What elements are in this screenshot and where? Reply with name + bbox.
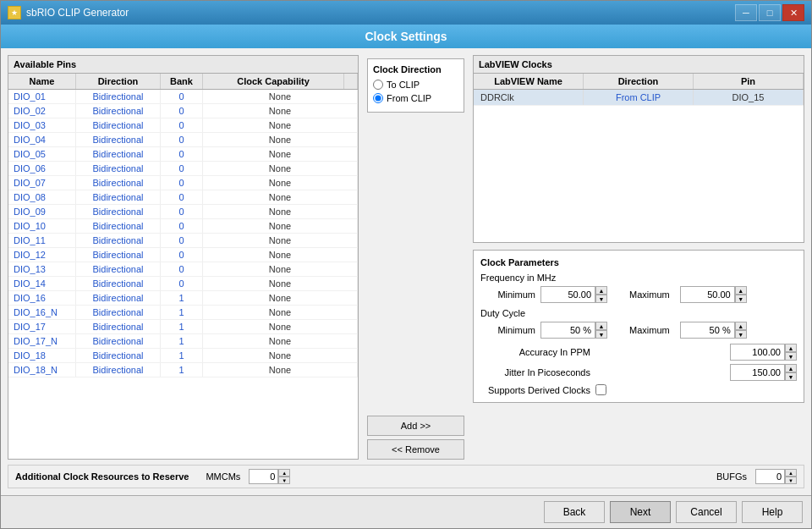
pin-name[interactable]: DIO_18 (8, 349, 76, 362)
derived-clocks-row: Supports Derived Clocks (480, 384, 797, 395)
table-row[interactable]: DIO_12 Bidirectional 0 None (8, 248, 358, 262)
accuracy-up[interactable]: ▲ (785, 344, 797, 352)
pin-name[interactable]: DIO_05 (8, 147, 76, 161)
duty-min-label: Minimum (480, 325, 535, 335)
duty-min-down[interactable]: ▼ (595, 330, 607, 339)
duty-cycle-section: Duty Cycle Minimum ▲ ▼ Maximum (480, 308, 797, 339)
table-row[interactable]: DIO_03 Bidirectional 0 None (8, 118, 358, 133)
cancel-button[interactable]: Cancel (676, 501, 737, 523)
freq-min-input[interactable] (540, 286, 595, 303)
freq-max-up[interactable]: ▲ (735, 286, 747, 295)
pin-name[interactable]: DIO_08 (8, 190, 76, 204)
freq-min-down[interactable]: ▼ (595, 295, 607, 303)
mmcms-down[interactable]: ▼ (278, 477, 290, 484)
pin-name[interactable]: DIO_16 (8, 291, 76, 305)
accuracy-down[interactable]: ▼ (785, 352, 797, 361)
mmcms-input[interactable] (249, 469, 278, 484)
pin-name[interactable]: DIO_16_N (8, 306, 76, 319)
pin-name[interactable]: DIO_02 (8, 104, 76, 118)
table-row[interactable]: DIO_17 Bidirectional 1 None (8, 320, 358, 334)
pin-name[interactable]: DIO_11 (8, 234, 76, 247)
table-row[interactable]: DIO_18 Bidirectional 1 None (8, 349, 358, 363)
pin-capability: None (203, 176, 358, 190)
bufgs-down[interactable]: ▼ (785, 477, 797, 484)
table-row[interactable]: DIO_11 Bidirectional 0 None (8, 234, 358, 248)
pin-name[interactable]: DIO_09 (8, 205, 76, 218)
accuracy-row: Accuracy In PPM ▲ ▼ (480, 344, 797, 361)
accuracy-input[interactable] (730, 344, 785, 361)
freq-max-down[interactable]: ▼ (735, 295, 747, 303)
back-button[interactable]: Back (544, 501, 605, 523)
freq-max-spinner[interactable]: ▲ ▼ (680, 286, 747, 303)
derived-clocks-checkbox[interactable] (595, 384, 606, 395)
freq-min-up[interactable]: ▲ (595, 286, 607, 295)
pin-name[interactable]: DIO_03 (8, 118, 76, 132)
table-row[interactable]: DIO_05 Bidirectional 0 None (8, 147, 358, 162)
table-row[interactable]: DIO_17_N Bidirectional 1 None (8, 334, 358, 349)
duty-max-up[interactable]: ▲ (735, 322, 747, 330)
duty-min-spinner[interactable]: ▲ ▼ (540, 322, 607, 339)
pin-name[interactable]: DIO_01 (8, 90, 76, 103)
pin-name[interactable]: DIO_18_N (8, 363, 76, 377)
table-row[interactable]: DIO_08 Bidirectional 0 None (8, 190, 358, 205)
freq-max-input[interactable] (680, 286, 735, 303)
jitter-spinner[interactable]: ▲ ▼ (730, 364, 797, 381)
close-button[interactable]: ✕ (782, 4, 804, 21)
pin-name[interactable]: DIO_17_N (8, 334, 76, 348)
duty-max-spinner[interactable]: ▲ ▼ (680, 322, 747, 339)
bufgs-spinner[interactable]: ▲ ▼ (755, 469, 797, 484)
available-pins-panel: Available Pins Name Direction Bank Clock… (8, 55, 359, 460)
radio-from-clip: From CLIP (373, 93, 458, 103)
table-row[interactable]: DIO_04 Bidirectional 0 None (8, 133, 358, 147)
bufgs-up[interactable]: ▲ (785, 469, 797, 477)
duty-min-up[interactable]: ▲ (595, 322, 607, 330)
frequency-section: Frequency in MHz Minimum ▲ ▼ Maximum (480, 273, 797, 303)
to-clip-radio[interactable] (373, 80, 383, 90)
pin-name[interactable]: DIO_17 (8, 320, 76, 333)
mmcms-up[interactable]: ▲ (278, 469, 290, 477)
pin-name[interactable]: DIO_10 (8, 219, 76, 233)
lv-table-body[interactable]: DDRClk From CLIP DIO_15 (474, 90, 804, 242)
mmcms-spinner[interactable]: ▲ ▼ (249, 469, 290, 484)
table-row[interactable]: DIO_02 Bidirectional 0 None (8, 104, 358, 118)
lv-table-row[interactable]: DDRClk From CLIP DIO_15 (474, 90, 804, 106)
table-row[interactable]: DIO_16 Bidirectional 1 None (8, 291, 358, 306)
pin-name[interactable]: DIO_13 (8, 262, 76, 276)
pin-direction: Bidirectional (76, 190, 161, 204)
jitter-down[interactable]: ▼ (785, 372, 797, 381)
table-row[interactable]: DIO_16_N Bidirectional 1 None (8, 306, 358, 320)
pins-table-body[interactable]: DIO_01 Bidirectional 0 None DIO_02 Bidir… (8, 90, 358, 459)
bufgs-input[interactable] (755, 469, 785, 484)
table-row[interactable]: DIO_10 Bidirectional 0 None (8, 219, 358, 234)
section-header: Clock Settings (1, 25, 811, 48)
pin-name[interactable]: DIO_07 (8, 176, 76, 190)
accuracy-spinner[interactable]: ▲ ▼ (730, 344, 797, 361)
help-button[interactable]: Help (742, 501, 803, 523)
pin-name[interactable]: DIO_04 (8, 133, 76, 146)
freq-min-spinner[interactable]: ▲ ▼ (540, 286, 607, 303)
pin-name[interactable]: DIO_14 (8, 277, 76, 290)
maximize-button[interactable]: □ (759, 4, 781, 21)
remove-button[interactable]: << Remove (367, 439, 464, 460)
jitter-input[interactable] (730, 364, 785, 381)
table-row[interactable]: DIO_18_N Bidirectional 1 None (8, 363, 358, 377)
minimize-button[interactable]: ─ (735, 4, 757, 21)
table-row[interactable]: DIO_07 Bidirectional 0 None (8, 176, 358, 190)
pin-name[interactable]: DIO_12 (8, 248, 76, 262)
from-clip-radio[interactable] (373, 93, 383, 103)
duty-max-input[interactable] (680, 322, 735, 339)
duty-max-down[interactable]: ▼ (735, 330, 747, 339)
duty-min-input[interactable] (540, 322, 595, 339)
table-row[interactable]: DIO_06 Bidirectional 0 None (8, 162, 358, 176)
table-row[interactable]: DIO_13 Bidirectional 0 None (8, 262, 358, 277)
next-button[interactable]: Next (610, 501, 671, 523)
pin-capability: None (203, 162, 358, 175)
pin-bank: 0 (161, 118, 203, 132)
table-row[interactable]: DIO_14 Bidirectional 0 None (8, 277, 358, 291)
table-row[interactable]: DIO_09 Bidirectional 0 None (8, 205, 358, 219)
pin-bank: 1 (161, 334, 203, 348)
table-row[interactable]: DIO_01 Bidirectional 0 None (8, 90, 358, 104)
add-button[interactable]: Add >> (367, 416, 464, 436)
pin-name[interactable]: DIO_06 (8, 162, 76, 175)
jitter-up[interactable]: ▲ (785, 364, 797, 372)
